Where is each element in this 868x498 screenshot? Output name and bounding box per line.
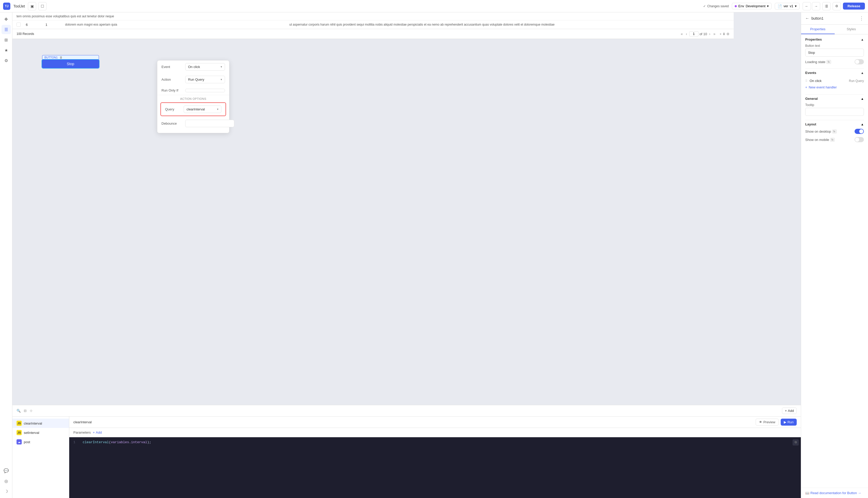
- table-download-icon[interactable]: ⬇: [722, 32, 725, 36]
- back-button[interactable]: ←: [805, 16, 809, 21]
- query-name-setInterval: setInterval: [24, 431, 39, 435]
- new-event-handler-button[interactable]: + New event handler: [805, 84, 864, 90]
- properties-section-toggle[interactable]: ▲: [861, 38, 864, 41]
- debounce-input[interactable]: [185, 120, 234, 127]
- action-select-value: Run Query: [188, 78, 204, 81]
- events-section-toggle[interactable]: ▲: [861, 71, 864, 75]
- table-cell-num: 6: [26, 23, 41, 27]
- button-delete-icon[interactable]: 🗑: [60, 56, 63, 59]
- query-editor-actions: 👁 Preview ▶ Run: [756, 419, 797, 425]
- canvas-stop-button[interactable]: Stop: [42, 60, 99, 68]
- table-cell-checkbox[interactable]: [16, 23, 22, 27]
- app-title: ToolJet: [13, 4, 25, 8]
- left-sidebar: ✥ ☰ ⊞ ★ ⚙ 💬 ◎ ☽: [0, 12, 12, 498]
- topbar: TJ ToolJet ▣ ☐ ✓ Changes saved Env Devel…: [0, 0, 868, 12]
- save-status: ✓ Changes saved: [703, 4, 729, 8]
- mobile-preview-icon[interactable]: ☐: [38, 2, 46, 10]
- query-item-clearInterval[interactable]: JS clearInterval: [12, 419, 69, 428]
- page-first[interactable]: «: [680, 31, 684, 37]
- general-section-toggle[interactable]: ▲: [861, 97, 864, 101]
- code-fn: clearInterval: [83, 440, 109, 444]
- sidebar-item-user[interactable]: ☽: [2, 487, 11, 496]
- checkbox[interactable]: [16, 23, 21, 27]
- query-item-setInterval[interactable]: JS setInterval: [12, 428, 69, 437]
- action-field-label: Action: [161, 78, 182, 81]
- query-select-value: clearInterval: [187, 107, 205, 111]
- canvas-button-container: BUTTON1 🗑 Stop: [42, 55, 99, 68]
- layout-section-toggle[interactable]: ▲: [861, 122, 864, 126]
- transform-toggle[interactable]: ⊹: [30, 409, 32, 413]
- params-label: Parameters: [73, 431, 91, 434]
- env-selector[interactable]: Env Development ▾: [732, 3, 772, 9]
- show-mobile-label: Show on mobile fx: [805, 138, 835, 142]
- query-editor-name: clearInterval: [73, 420, 92, 424]
- tooltip-input[interactable]: [805, 108, 864, 116]
- query-row: Query clearInterval ▾: [160, 102, 226, 116]
- sidebar-item-layers[interactable]: ⊞: [2, 35, 11, 44]
- event-select[interactable]: On click ▾: [185, 63, 225, 70]
- query-chevron-icon: ▾: [217, 107, 219, 111]
- query-icon-js-1: JS: [16, 421, 22, 426]
- code-content: clearInterval(variables.interval);: [83, 440, 151, 444]
- component-name: button1: [811, 16, 857, 21]
- page-last[interactable]: »: [713, 31, 717, 37]
- desktop-preview-icon[interactable]: ▣: [28, 2, 36, 10]
- right-panel-content: Properties ▲ Button text Loading state f…: [801, 35, 868, 488]
- sidebar-item-help[interactable]: 💬: [2, 466, 11, 475]
- preview-label: Preview: [763, 420, 775, 424]
- search-toggle[interactable]: 🔍: [16, 409, 21, 413]
- show-desktop-toggle[interactable]: [855, 129, 864, 134]
- right-panel-tabs: Properties Styles: [801, 25, 868, 35]
- events-section-title: Events: [805, 71, 816, 75]
- table-add-icon[interactable]: +: [719, 32, 721, 36]
- page-next[interactable]: ›: [708, 31, 711, 37]
- release-button[interactable]: Release: [843, 3, 865, 10]
- query-item-post[interactable]: ☁ post: [12, 437, 69, 447]
- redo-button[interactable]: →: [812, 2, 820, 10]
- button-text-input[interactable]: [805, 49, 864, 57]
- code-editor[interactable]: 1 clearInterval(variables.interval); ⧉: [69, 437, 801, 498]
- sidebar-item-data[interactable]: ★: [2, 45, 11, 55]
- settings-button[interactable]: ⚙: [832, 2, 841, 10]
- app-logo: TJ: [3, 3, 10, 10]
- tab-properties[interactable]: Properties: [801, 25, 835, 34]
- right-panel-header: ← button1 ⋮: [801, 12, 868, 25]
- loading-state-toggle[interactable]: [855, 59, 864, 64]
- tab-styles[interactable]: Styles: [835, 25, 868, 34]
- filter-toggle[interactable]: ⊟: [24, 409, 27, 413]
- show-mobile-toggle[interactable]: [855, 137, 864, 142]
- sidebar-item-components[interactable]: ☰: [2, 25, 11, 34]
- env-chevron: ▾: [767, 4, 769, 8]
- add-query-button[interactable]: + Add: [782, 407, 797, 414]
- component-menu-button[interactable]: ⋮: [859, 15, 864, 21]
- sidebar-item-settings[interactable]: ⚙: [2, 56, 11, 65]
- properties-section-header: Properties ▲: [805, 38, 864, 41]
- page-input[interactable]: [689, 31, 699, 37]
- page-prev[interactable]: ‹: [685, 31, 688, 37]
- show-mobile-row: Show on mobile fx: [805, 137, 864, 142]
- run-only-if-input[interactable]: [185, 89, 225, 92]
- share-button[interactable]: ⇶: [822, 2, 830, 10]
- undo-button[interactable]: ←: [803, 2, 811, 10]
- undo-redo-group: ← →: [803, 2, 820, 10]
- code-copy-button[interactable]: ⧉: [792, 439, 799, 446]
- version-selector[interactable]: 📄 ver v1 ▾: [775, 3, 800, 10]
- add-label: Add: [788, 409, 794, 413]
- loading-state-label: Loading state fx: [805, 60, 831, 64]
- params-add-label: Add: [96, 431, 102, 434]
- run-button[interactable]: ▶ Run: [781, 419, 797, 425]
- doc-link[interactable]: 📖 Read documentation for Button →: [801, 488, 868, 498]
- params-add-button[interactable]: + Add: [93, 431, 102, 434]
- filter-icon: ⊟: [24, 409, 27, 413]
- drag-handle-icon[interactable]: ⠿: [805, 79, 808, 83]
- table-settings-icon[interactable]: ⚙: [727, 32, 730, 36]
- query-select[interactable]: clearInterval ▾: [184, 105, 221, 113]
- query-list: JS clearInterval JS setInterval ☁ post: [12, 417, 69, 498]
- sidebar-item-cursor[interactable]: ✥: [2, 14, 11, 24]
- action-select[interactable]: Run Query ▾: [185, 76, 225, 83]
- sidebar-bottom: 💬 ◎ ☽: [2, 466, 11, 496]
- preview-button[interactable]: 👁 Preview: [756, 419, 778, 425]
- sidebar-item-chat[interactable]: ◎: [2, 476, 11, 486]
- divider-2: [805, 94, 864, 95]
- main-layout: ✥ ☰ ⊞ ★ ⚙ 💬 ◎ ☽ tem omnis possimus esse …: [0, 12, 868, 498]
